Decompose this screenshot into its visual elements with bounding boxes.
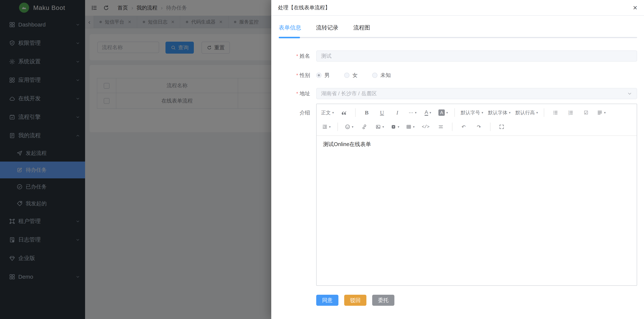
code-icon[interactable]: </> bbox=[418, 122, 433, 132]
drawer-tab[interactable]: 流程图 bbox=[353, 24, 370, 37]
fullscreen-icon[interactable] bbox=[494, 122, 509, 132]
ordered-list-icon[interactable]: 123 bbox=[564, 107, 578, 118]
toolbar-separator bbox=[490, 123, 490, 131]
heading-select-label: 正文 bbox=[321, 109, 331, 116]
radio-label: 女 bbox=[352, 72, 358, 79]
caret-down-icon: ▾ bbox=[446, 111, 448, 115]
gender-label: 性别 bbox=[300, 72, 310, 78]
caret-down-icon: ▾ bbox=[509, 111, 510, 115]
process-drawer: 处理【在线表单流程】 × 表单信息流转记录流程图 *姓名 测试 *性别 男女未知… bbox=[271, 0, 644, 319]
bullet-list-icon bbox=[552, 110, 558, 115]
bullet-list-icon[interactable] bbox=[548, 107, 562, 118]
heading-select[interactable]: 正文▾ bbox=[319, 107, 336, 118]
undo-icon[interactable]: ↶ bbox=[456, 122, 471, 132]
underline-icon-glyph: U bbox=[380, 109, 384, 116]
emoji-icon[interactable]: ▾ bbox=[342, 122, 356, 132]
caret-down-icon: ▾ bbox=[332, 111, 334, 115]
bg-color-icon[interactable]: A▾ bbox=[436, 107, 450, 118]
drawer-tab[interactable]: 表单信息 bbox=[279, 24, 301, 37]
form-row-name: *姓名 测试 bbox=[278, 51, 637, 62]
tabs-track bbox=[279, 37, 637, 38]
caret-down-icon: ▾ bbox=[536, 111, 538, 115]
editor-content[interactable]: 测试Online在线表单 bbox=[316, 136, 637, 153]
line-height-select[interactable]: 默认行高▾ bbox=[514, 107, 540, 118]
toolbar-separator bbox=[338, 123, 338, 131]
form-row-gender: *性别 男女未知 bbox=[278, 70, 637, 80]
toolbar-separator bbox=[355, 108, 356, 117]
more-styles-icon-glyph: ⋯ bbox=[408, 110, 414, 116]
address-cascader: 湖南省 / 长沙市 / 岳麓区 bbox=[316, 88, 637, 99]
italic-icon[interactable]: I bbox=[390, 107, 404, 118]
toolbar-separator bbox=[454, 108, 455, 117]
redo-icon[interactable]: ↷ bbox=[472, 122, 486, 132]
font-family-select-label: 默认字体 bbox=[488, 109, 508, 116]
caret-down-icon: ▾ bbox=[430, 111, 431, 115]
required-asterisk: * bbox=[296, 53, 298, 59]
rich-text-editor: 正文▾“BUI⋯▾A▾A▾默认字号▾默认字体▾默认行高▾123☑▾ ▾▾▾▾▾<… bbox=[316, 104, 637, 286]
caret-down-icon: ▾ bbox=[482, 111, 483, 115]
approve-button[interactable]: 同意 bbox=[316, 295, 338, 306]
caret-down-icon: ▾ bbox=[352, 125, 354, 129]
name-field: 测试 bbox=[316, 51, 637, 62]
italic-icon-glyph: I bbox=[396, 109, 398, 116]
emoji-icon bbox=[345, 124, 350, 130]
toolbar-separator bbox=[544, 108, 544, 117]
radio-button bbox=[316, 73, 322, 78]
caret-down-icon: ▾ bbox=[413, 125, 415, 129]
redo-icon-glyph: ↷ bbox=[477, 124, 481, 130]
gender-option: 未知 bbox=[372, 72, 391, 79]
quote-icon[interactable]: “ bbox=[337, 105, 351, 120]
divider-icon[interactable] bbox=[434, 122, 448, 132]
drawer-header: 处理【在线表单流程】 × bbox=[271, 0, 644, 16]
bold-icon[interactable]: B bbox=[360, 107, 374, 118]
intro-label: 介绍 bbox=[300, 110, 310, 116]
table-icon[interactable]: ▾ bbox=[403, 122, 417, 132]
todo-list-icon[interactable]: ☑ bbox=[579, 107, 593, 118]
video-icon[interactable]: ▾ bbox=[388, 122, 402, 132]
font-family-select[interactable]: 默认字体▾ bbox=[486, 107, 512, 118]
image-icon[interactable]: ▾ bbox=[372, 122, 387, 132]
reject-button[interactable]: 驳回 bbox=[344, 295, 366, 306]
drawer-tab[interactable]: 流转记录 bbox=[316, 24, 338, 37]
gender-option: 男 bbox=[316, 72, 330, 79]
drawer-title: 处理【在线表单流程】 bbox=[278, 4, 330, 11]
gender-option: 女 bbox=[344, 72, 358, 79]
more-styles-icon[interactable]: ⋯▾ bbox=[406, 107, 420, 118]
align-icon[interactable]: ▾ bbox=[594, 107, 608, 118]
bg-color-icon-glyph: A bbox=[438, 109, 445, 116]
form-row-intro: 介绍 正文▾“BUI⋯▾A▾A▾默认字号▾默认字体▾默认行高▾123☑▾ ▾▾▾… bbox=[278, 104, 637, 286]
line-height-select-label: 默认行高 bbox=[516, 109, 535, 116]
tabs-active-bar bbox=[279, 37, 300, 38]
indent-icon[interactable]: ▾ bbox=[319, 122, 334, 132]
radio-label: 未知 bbox=[380, 72, 391, 79]
caret-down-icon: ▾ bbox=[329, 125, 331, 129]
code-icon-glyph: </> bbox=[422, 124, 429, 129]
chevron-down-icon bbox=[627, 91, 632, 96]
name-label: 姓名 bbox=[300, 53, 310, 59]
radio-button bbox=[372, 73, 378, 78]
ordered-list-icon: 123 bbox=[568, 110, 574, 115]
link-icon[interactable] bbox=[357, 122, 372, 132]
font-size-select-label: 默认字号 bbox=[461, 109, 480, 116]
drawer-close-icon[interactable]: × bbox=[633, 4, 637, 12]
bold-icon-glyph: B bbox=[365, 109, 369, 116]
address-label: 地址 bbox=[300, 91, 310, 96]
caret-down-icon: ▾ bbox=[382, 125, 384, 129]
fullscreen-icon bbox=[499, 124, 504, 130]
link-icon bbox=[362, 124, 367, 130]
editor-toolbar: 正文▾“BUI⋯▾A▾A▾默认字号▾默认字体▾默认行高▾123☑▾ ▾▾▾▾▾<… bbox=[316, 104, 637, 136]
svg-text:3: 3 bbox=[568, 113, 570, 115]
radio-button bbox=[344, 73, 350, 78]
radio-label: 男 bbox=[324, 72, 330, 79]
caret-down-icon: ▾ bbox=[398, 125, 400, 129]
image-icon bbox=[375, 124, 381, 130]
divider-icon bbox=[438, 124, 444, 130]
form-row-address: *地址 湖南省 / 长沙市 / 岳麓区 bbox=[278, 88, 637, 99]
delegate-button[interactable]: 委托 bbox=[372, 295, 394, 306]
align-icon bbox=[597, 110, 602, 115]
font-size-select[interactable]: 默认字号▾ bbox=[459, 107, 485, 118]
underline-icon[interactable]: U bbox=[375, 107, 389, 118]
drawer-tabs: 表单信息流转记录流程图 bbox=[279, 24, 637, 38]
font-color-icon-glyph: A bbox=[424, 109, 428, 116]
font-color-icon[interactable]: A▾ bbox=[421, 107, 435, 118]
